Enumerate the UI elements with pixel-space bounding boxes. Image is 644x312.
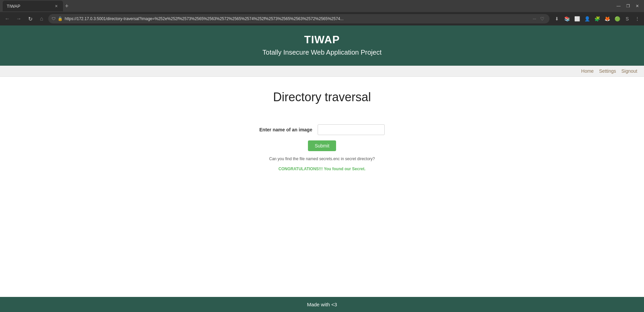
forward-button[interactable]: → [14, 14, 23, 23]
puzzle-icon[interactable]: 🧩 [593, 15, 601, 23]
restore-button[interactable]: ❐ [624, 2, 632, 10]
app-header: TIWAP Totally Insecure Web Application P… [0, 25, 644, 66]
reload-button[interactable]: ↻ [25, 14, 35, 23]
address-more-icon: ··· [533, 16, 536, 21]
tab-title: TIWAP [7, 4, 51, 9]
image-label: Enter name of an image [259, 127, 312, 132]
security-icon: 🛡 [52, 16, 56, 21]
extension3-icon[interactable]: S [623, 15, 631, 23]
minimize-button[interactable]: — [615, 2, 623, 10]
hint-text: Can you find the file named secrets.enc … [269, 157, 375, 161]
close-window-button[interactable]: ✕ [633, 2, 641, 10]
profile-icon[interactable]: 👤 [583, 15, 591, 23]
footer-text: Made with <3 [307, 302, 337, 307]
extension2-icon[interactable]: 🟢 [613, 15, 621, 23]
main-content: Directory traversal Enter name of an ima… [0, 77, 644, 297]
signout-nav-link[interactable]: Signout [622, 68, 637, 74]
url-text: https://172.17.0.3:5001/directory-traver… [65, 16, 531, 21]
tab-close-button[interactable]: × [54, 3, 59, 9]
form-row: Enter name of an image [259, 124, 385, 135]
app-title: TIWAP [0, 34, 644, 46]
new-tab-button[interactable]: + [63, 3, 71, 10]
settings-nav-link[interactable]: Settings [599, 68, 616, 74]
extension1-icon[interactable]: 🦊 [603, 15, 611, 23]
download-icon[interactable]: ⬇ [553, 15, 561, 23]
window-icon[interactable]: ⬜ [573, 15, 581, 23]
browser-chrome: TIWAP × + — ❐ ✕ ← → ↻ ⌂ 🛡 🔒 https://172.… [0, 0, 644, 25]
form-area: Enter name of an image Submit Can you fi… [259, 124, 385, 171]
window-controls: — ❐ ✕ [615, 2, 641, 10]
success-text: CONGRATULATIONS!!! You found our Secret. [278, 167, 366, 171]
image-input[interactable] [318, 124, 385, 135]
address-bar[interactable]: 🛡 🔒 https://172.17.0.3:5001/directory-tr… [48, 14, 550, 23]
browser-tab[interactable]: TIWAP × [3, 1, 63, 11]
app-nav: Home Settings Signout [0, 66, 644, 77]
nav-bar: ← → ↻ ⌂ 🛡 🔒 https://172.17.0.3:5001/dire… [0, 12, 644, 25]
app-subtitle: Totally Insecure Web Application Project [0, 49, 644, 56]
app-footer: Made with <3 [0, 297, 644, 312]
bookmarks-icon[interactable]: 📚 [563, 15, 571, 23]
home-button[interactable]: ⌂ [37, 14, 46, 23]
home-nav-link[interactable]: Home [581, 68, 594, 74]
submit-button[interactable]: Submit [308, 140, 336, 151]
back-button[interactable]: ← [3, 14, 12, 23]
page-heading: Directory traversal [273, 90, 371, 104]
lock-icon: 🔒 [58, 16, 63, 21]
settings-icon[interactable]: ⋮ [633, 15, 641, 23]
toolbar-icons: ⬇ 📚 ⬜ 👤 🧩 🦊 🟢 S ⋮ [553, 15, 641, 23]
bookmark-icon[interactable]: ♡ [538, 15, 546, 23]
tab-bar: TIWAP × + — ❐ ✕ [0, 0, 644, 12]
